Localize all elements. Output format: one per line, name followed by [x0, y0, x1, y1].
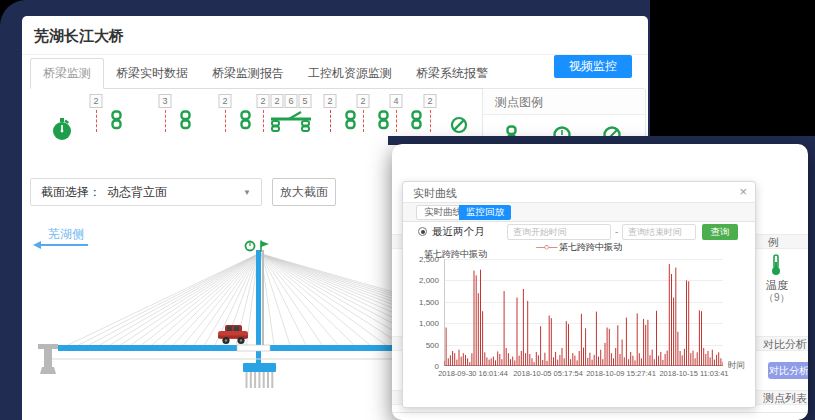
link-sensor-icon[interactable] — [410, 110, 423, 130]
sensor-count-badge: 5 — [299, 94, 312, 108]
expansion-joint-icon[interactable] — [269, 110, 313, 132]
deck-joint-gap — [237, 345, 270, 351]
sensor-count-badge: 3 — [159, 94, 172, 108]
sensor-count-badge: 2 — [90, 94, 103, 108]
legend-line-marker: —○— — [536, 242, 556, 252]
prohibition-icon[interactable] — [450, 116, 468, 134]
sensor-count-badge: 2 — [257, 94, 270, 108]
sensor-count-badge: 2 — [357, 94, 370, 108]
x-tick-label: 2018-10-05 05:17:54 — [513, 369, 583, 378]
y-tick-label: 1,500 — [407, 298, 439, 307]
car — [218, 325, 248, 344]
bridge-deck — [58, 345, 394, 351]
video-monitor-button[interactable]: 视频监控 — [554, 55, 632, 78]
tab-realtime-data[interactable]: 桥梁实时数据 — [104, 59, 200, 88]
compare-header-label: 对比分析 — [763, 337, 807, 351]
recent-two-months-label[interactable]: 最近两个月 — [432, 225, 485, 239]
stopwatch-icon[interactable] — [52, 118, 72, 142]
query-start-time-input[interactable] — [507, 224, 611, 240]
tower-top-gauge-icon[interactable] — [246, 242, 255, 251]
dialog-tabstrip: 实时曲线图 监控回放 — [403, 203, 755, 222]
thermometer-icon[interactable] — [770, 254, 782, 276]
query-controls: 最近两个月 - 查询 — [403, 224, 755, 241]
x-tick-label: 2018-10-09 15:27:41 — [586, 369, 656, 378]
y-tick-label: 500 — [407, 341, 439, 350]
screen-background: 芜湖长江大桥 桥梁监测 桥梁实时数据 桥梁监测报告 工控机资源监测 桥梁系统报警… — [0, 0, 815, 420]
temperature-count: （9） — [764, 291, 790, 305]
sensor-dash-line — [396, 110, 397, 132]
section-select-value: 动态背立面 — [107, 184, 167, 201]
tab-monitor-playback[interactable]: 监控回放 — [459, 205, 511, 220]
tab-ipc-resource[interactable]: 工控机资源监测 — [296, 59, 404, 88]
zoom-section-button[interactable]: 放大截面 — [272, 178, 336, 206]
range-separator: - — [615, 226, 618, 237]
sensor-dash-line — [96, 110, 97, 132]
vibration-series — [444, 259, 723, 366]
point-list-label: 测点列表 — [763, 391, 807, 405]
tower-piles — [247, 372, 273, 388]
tab-bridge-monitoring[interactable]: 桥梁监测 — [30, 58, 104, 89]
x-tick-label: 2018-09-30 16:01:44 — [438, 369, 508, 378]
page-title: 芜湖长江大桥 — [34, 27, 124, 46]
sensor-dash-line — [263, 110, 264, 132]
recent-two-months-radio[interactable] — [418, 227, 427, 236]
y-tick-label: 1,000 — [407, 319, 439, 328]
compare-analysis-button[interactable]: 对比分析 — [768, 362, 808, 379]
y-tick-label: 2,500 — [407, 255, 439, 264]
legend-series-name: 第七跨跨中振动 — [559, 242, 622, 252]
tab-monitor-report[interactable]: 桥梁监测报告 — [200, 59, 296, 88]
x-axis-title: 时间 — [728, 360, 745, 372]
section-select[interactable]: 动态背立面 ▼ — [107, 184, 261, 201]
sensor-count-badge: 2 — [324, 94, 337, 108]
bridge-diagram — [22, 240, 394, 420]
sensor-count-badge: 2 — [271, 94, 284, 108]
sensor-count-badge: 6 — [285, 94, 298, 108]
tower-far-leg — [262, 250, 264, 345]
link-sensor-icon[interactable] — [344, 110, 357, 130]
divider — [392, 412, 808, 413]
sensor-dash-line — [330, 110, 331, 132]
realtime-curve-dialog: 实时曲线 × 实时曲线图 监控回放 最近两个月 - 查询 —○— 第七跨跨中振动… — [402, 181, 756, 408]
tower-pier-cap — [243, 363, 276, 372]
close-icon[interactable]: × — [739, 184, 747, 200]
section-select-label: 截面选择： — [31, 184, 107, 201]
tab-system-alarm[interactable]: 桥梁系统报警 — [404, 59, 500, 88]
legend-header-fragment: 例 — [768, 235, 779, 249]
dialog-header: 实时曲线 × — [403, 182, 755, 203]
sensor-dash-line — [363, 110, 364, 132]
link-sensor-icon[interactable] — [179, 110, 192, 130]
sensor-dash-line — [225, 110, 226, 132]
sensor-dash-line — [430, 110, 431, 132]
query-end-time-input[interactable] — [622, 224, 696, 240]
legend-panel-title: 测点图例 — [483, 89, 645, 115]
x-tick-label: 2018-10-15 11:03:41 — [659, 369, 728, 378]
sensor-count-badge: 4 — [390, 94, 403, 108]
sensor-count-badge: 2 — [424, 94, 437, 108]
query-button[interactable]: 查询 — [702, 224, 738, 240]
main-tabbar: 桥梁监测 桥梁实时数据 桥梁监测报告 工控机资源监测 桥梁系统报警 — [30, 62, 640, 89]
black-overlay-region — [650, 0, 815, 138]
link-sensor-icon[interactable] — [239, 110, 252, 130]
y-tick-label: 2,000 — [407, 276, 439, 285]
section-select-box: 截面选择： 动态背立面 ▼ — [30, 178, 262, 206]
dialog-title: 实时曲线 — [413, 186, 457, 201]
link-sensor-icon[interactable] — [110, 110, 123, 130]
y-tick-label: 0 — [407, 362, 439, 371]
sensor-count-badge: 2 — [219, 94, 232, 108]
link-sensor-icon[interactable] — [377, 110, 390, 130]
caret-down-icon: ▼ — [243, 188, 251, 197]
sensor-dash-line — [165, 110, 166, 132]
